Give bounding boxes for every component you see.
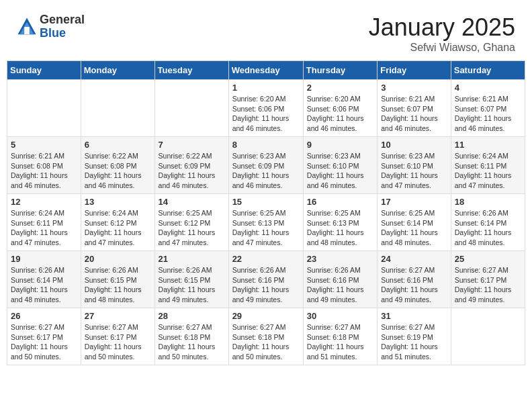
day-info: Sunrise: 6:22 AMSunset: 6:08 PMDaylight:…	[85, 151, 151, 191]
day-number: 15	[232, 197, 300, 207]
day-number: 7	[159, 140, 225, 150]
logo-general-text: General	[40, 13, 85, 27]
calendar-empty-cell	[7, 80, 81, 137]
calendar-day-cell: 2Sunrise: 6:20 AMSunset: 6:06 PMDaylight…	[303, 80, 377, 137]
calendar-empty-cell	[81, 80, 154, 137]
calendar-day-cell: 17Sunrise: 6:25 AMSunset: 6:14 PMDayligh…	[378, 194, 451, 251]
calendar-week-row: 5Sunrise: 6:21 AMSunset: 6:08 PMDaylight…	[7, 137, 525, 194]
day-info: Sunrise: 6:26 AMSunset: 6:15 PMDaylight:…	[159, 265, 225, 305]
calendar-day-cell: 5Sunrise: 6:21 AMSunset: 6:08 PMDaylight…	[7, 137, 81, 194]
weekday-header-saturday: Saturday	[451, 61, 525, 80]
calendar-day-cell: 26Sunrise: 6:27 AMSunset: 6:17 PMDayligh…	[7, 308, 81, 365]
day-info: Sunrise: 6:21 AMSunset: 6:07 PMDaylight:…	[455, 94, 521, 134]
calendar-day-cell: 10Sunrise: 6:23 AMSunset: 6:10 PMDayligh…	[378, 137, 451, 194]
calendar-day-cell: 11Sunrise: 6:24 AMSunset: 6:11 PMDayligh…	[451, 137, 525, 194]
day-info: Sunrise: 6:25 AMSunset: 6:14 PMDaylight:…	[381, 208, 447, 248]
calendar-day-cell: 16Sunrise: 6:25 AMSunset: 6:13 PMDayligh…	[303, 194, 377, 251]
day-info: Sunrise: 6:24 AMSunset: 6:11 PMDaylight:…	[11, 208, 77, 248]
day-number: 9	[307, 140, 373, 150]
day-info: Sunrise: 6:27 AMSunset: 6:17 PMDaylight:…	[85, 322, 151, 362]
day-info: Sunrise: 6:20 AMSunset: 6:06 PMDaylight:…	[307, 94, 373, 134]
page-header: General Blue January 2025 Sefwi Wiawso, …	[7, 7, 525, 57]
day-info: Sunrise: 6:27 AMSunset: 6:18 PMDaylight:…	[307, 322, 373, 362]
day-number: 8	[232, 140, 300, 150]
day-info: Sunrise: 6:21 AMSunset: 6:07 PMDaylight:…	[381, 94, 447, 134]
day-number: 13	[85, 197, 151, 207]
day-info: Sunrise: 6:23 AMSunset: 6:09 PMDaylight:…	[232, 151, 300, 191]
day-number: 24	[381, 254, 447, 264]
day-number: 12	[11, 197, 77, 207]
day-info: Sunrise: 6:27 AMSunset: 6:17 PMDaylight:…	[455, 265, 521, 305]
svg-rect-2	[24, 27, 30, 34]
location-title: Sefwi Wiawso, Ghana	[369, 42, 515, 54]
title-block: January 2025 Sefwi Wiawso, Ghana	[369, 13, 515, 54]
calendar-header-row: SundayMondayTuesdayWednesdayThursdayFrid…	[7, 61, 525, 80]
calendar-day-cell: 25Sunrise: 6:27 AMSunset: 6:17 PMDayligh…	[451, 251, 525, 308]
logo-blue-text: Blue	[40, 27, 85, 40]
day-number: 22	[232, 254, 300, 264]
day-number: 5	[11, 140, 77, 150]
day-info: Sunrise: 6:27 AMSunset: 6:17 PMDaylight:…	[11, 322, 77, 362]
calendar-day-cell: 27Sunrise: 6:27 AMSunset: 6:17 PMDayligh…	[81, 308, 154, 365]
day-number: 21	[159, 254, 225, 264]
calendar-day-cell: 24Sunrise: 6:27 AMSunset: 6:16 PMDayligh…	[378, 251, 451, 308]
calendar-week-row: 19Sunrise: 6:26 AMSunset: 6:14 PMDayligh…	[7, 251, 525, 308]
calendar-table: SundayMondayTuesdayWednesdayThursdayFrid…	[7, 60, 525, 365]
day-info: Sunrise: 6:24 AMSunset: 6:11 PMDaylight:…	[455, 151, 521, 191]
calendar-day-cell: 15Sunrise: 6:25 AMSunset: 6:13 PMDayligh…	[228, 194, 303, 251]
day-info: Sunrise: 6:26 AMSunset: 6:15 PMDaylight:…	[85, 265, 151, 305]
day-number: 3	[381, 83, 447, 93]
day-number: 1	[232, 83, 300, 93]
day-info: Sunrise: 6:21 AMSunset: 6:08 PMDaylight:…	[11, 151, 77, 191]
day-info: Sunrise: 6:26 AMSunset: 6:14 PMDaylight:…	[11, 265, 77, 305]
day-number: 23	[307, 254, 373, 264]
day-number: 27	[85, 311, 151, 321]
calendar-day-cell: 19Sunrise: 6:26 AMSunset: 6:14 PMDayligh…	[7, 251, 81, 308]
logo: General Blue	[17, 13, 85, 40]
calendar-week-row: 26Sunrise: 6:27 AMSunset: 6:17 PMDayligh…	[7, 308, 525, 365]
day-number: 20	[85, 254, 151, 264]
calendar-day-cell: 6Sunrise: 6:22 AMSunset: 6:08 PMDaylight…	[81, 137, 154, 194]
day-info: Sunrise: 6:23 AMSunset: 6:10 PMDaylight:…	[381, 151, 447, 191]
calendar-day-cell: 23Sunrise: 6:26 AMSunset: 6:16 PMDayligh…	[303, 251, 377, 308]
day-number: 31	[381, 311, 447, 321]
day-info: Sunrise: 6:23 AMSunset: 6:10 PMDaylight:…	[307, 151, 373, 191]
day-info: Sunrise: 6:27 AMSunset: 6:18 PMDaylight:…	[232, 322, 300, 362]
weekday-header-sunday: Sunday	[7, 61, 81, 80]
calendar-day-cell: 13Sunrise: 6:24 AMSunset: 6:12 PMDayligh…	[81, 194, 154, 251]
calendar-day-cell: 7Sunrise: 6:22 AMSunset: 6:09 PMDaylight…	[154, 137, 228, 194]
day-number: 10	[381, 140, 447, 150]
day-info: Sunrise: 6:24 AMSunset: 6:12 PMDaylight:…	[85, 208, 151, 248]
calendar-day-cell: 28Sunrise: 6:27 AMSunset: 6:18 PMDayligh…	[154, 308, 228, 365]
day-info: Sunrise: 6:25 AMSunset: 6:13 PMDaylight:…	[307, 208, 373, 248]
calendar-day-cell: 12Sunrise: 6:24 AMSunset: 6:11 PMDayligh…	[7, 194, 81, 251]
weekday-header-tuesday: Tuesday	[154, 61, 228, 80]
day-number: 16	[307, 197, 373, 207]
day-number: 29	[232, 311, 300, 321]
weekday-header-wednesday: Wednesday	[228, 61, 303, 80]
calendar-day-cell: 1Sunrise: 6:20 AMSunset: 6:06 PMDaylight…	[228, 80, 303, 137]
day-number: 28	[159, 311, 225, 321]
day-number: 19	[11, 254, 77, 264]
day-number: 6	[85, 140, 151, 150]
day-info: Sunrise: 6:27 AMSunset: 6:16 PMDaylight:…	[381, 265, 447, 305]
calendar-empty-cell	[154, 80, 228, 137]
day-number: 18	[455, 197, 521, 207]
day-info: Sunrise: 6:26 AMSunset: 6:16 PMDaylight:…	[307, 265, 373, 305]
calendar-week-row: 12Sunrise: 6:24 AMSunset: 6:11 PMDayligh…	[7, 194, 525, 251]
calendar-day-cell: 8Sunrise: 6:23 AMSunset: 6:09 PMDaylight…	[228, 137, 303, 194]
day-number: 26	[11, 311, 77, 321]
month-title: January 2025	[369, 13, 515, 42]
calendar-day-cell: 14Sunrise: 6:25 AMSunset: 6:12 PMDayligh…	[154, 194, 228, 251]
day-info: Sunrise: 6:25 AMSunset: 6:13 PMDaylight:…	[232, 208, 300, 248]
day-info: Sunrise: 6:22 AMSunset: 6:09 PMDaylight:…	[159, 151, 225, 191]
day-info: Sunrise: 6:20 AMSunset: 6:06 PMDaylight:…	[232, 94, 300, 134]
calendar-day-cell: 18Sunrise: 6:26 AMSunset: 6:14 PMDayligh…	[451, 194, 525, 251]
day-number: 30	[307, 311, 373, 321]
calendar-empty-cell	[451, 308, 525, 365]
day-number: 25	[455, 254, 521, 264]
day-number: 11	[455, 140, 521, 150]
logo-icon	[17, 17, 37, 37]
day-info: Sunrise: 6:25 AMSunset: 6:12 PMDaylight:…	[159, 208, 225, 248]
calendar-day-cell: 9Sunrise: 6:23 AMSunset: 6:10 PMDaylight…	[303, 137, 377, 194]
